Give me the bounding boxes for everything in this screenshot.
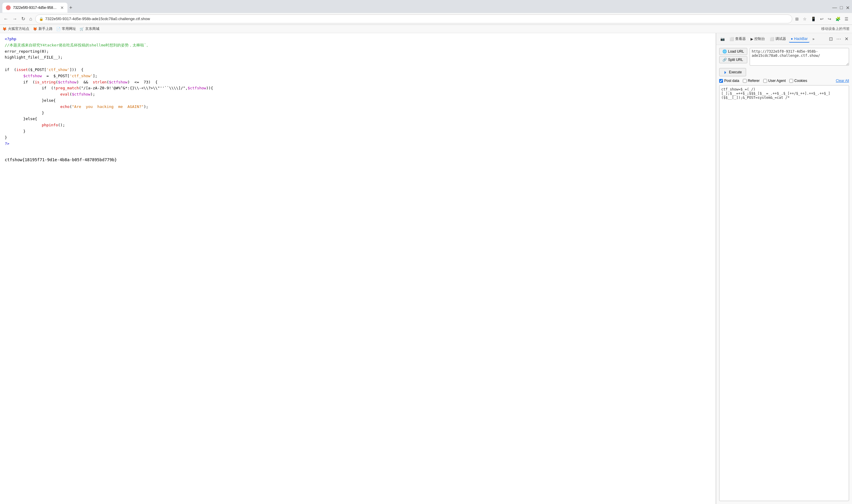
inspector-tab[interactable]: ⬜ 查看器 [728, 35, 747, 42]
debugger-tab[interactable]: ⬜ 调试器 [768, 35, 788, 42]
tab-close-btn[interactable]: ✕ [60, 5, 64, 10]
hackbar-tab[interactable]: ● HackBar [789, 36, 810, 42]
new-tab-button[interactable]: + [69, 5, 72, 11]
execute-button[interactable]: ⏵ Execute [719, 68, 746, 76]
devtools-toolbar: 📷 ⬜ 查看器 ▶ 控制台 ⬜ 调试器 ● HackBar » ⊡ ⋯ ✕ [716, 33, 852, 45]
bookmark-firefox[interactable]: 🦊 火狐官方站点 [2, 26, 29, 31]
code-line: } [5, 128, 711, 134]
execute-icon: ⏵ [724, 70, 728, 74]
options-row: Post data Referer User Agent Cookies Cle… [719, 79, 849, 83]
home-button[interactable]: ⌂ [28, 15, 33, 23]
firefox-icon: 🦊 [2, 27, 7, 31]
url-input[interactable]: http://7322e5f0-9317-4d5e-958b-ade15cdc7… [750, 48, 849, 66]
debugger-label: 调试器 [775, 36, 786, 41]
refresh-button[interactable]: ↻ [20, 15, 26, 23]
user-agent-checkbox[interactable] [763, 79, 767, 83]
forward-history-button[interactable]: ↪ [827, 15, 833, 22]
mobile-bookmarks-link[interactable]: 移动设备上的书签 [821, 26, 850, 31]
post-data-checkbox-label[interactable]: Post data [719, 79, 739, 83]
tab-favicon [6, 5, 11, 10]
clear-all-button[interactable]: Clear All [836, 79, 849, 83]
jd-icon: 🛒 [79, 27, 84, 31]
post-data-checkbox[interactable] [719, 79, 723, 83]
user-agent-checkbox-label[interactable]: User Agent [763, 79, 786, 83]
back-button[interactable]: ← [2, 15, 10, 23]
hackbar-panel: 📷 ⬜ 查看器 ▶ 控制台 ⬜ 调试器 ● HackBar » ⊡ ⋯ ✕ [716, 33, 852, 504]
code-line: } [5, 110, 711, 116]
maximize-button[interactable]: □ [840, 5, 843, 10]
screenshot-tool-btn[interactable]: 📷 [719, 36, 727, 42]
bookmark-common[interactable]: 📄 常用网址 [56, 26, 76, 31]
url-section: 🌐 Load URL 🔗 Split URL http://7322e5f0-9… [719, 48, 849, 66]
tab-title: 7322e5f0-9317-4d5e-958b-ade1... [13, 6, 58, 10]
add-extension-button[interactable]: 🧩 [834, 15, 842, 22]
split-url-label: Split URL [728, 58, 743, 62]
extensions-button[interactable]: ⊞ [794, 15, 800, 22]
split-url-button[interactable]: 🔗 Split URL [719, 56, 747, 63]
code-line: if (is_string($ctfshow) && strlen($ctfsh… [5, 79, 711, 86]
bookmark-label: 新手上路 [38, 26, 53, 31]
window-controls: — □ ✕ [832, 5, 850, 11]
active-tab[interactable]: 7322e5f0-9317-4d5e-958b-ade1... ✕ [2, 3, 68, 13]
bookmark-button[interactable]: ☆ [802, 15, 808, 22]
newuser-icon: 🦊 [33, 27, 37, 31]
code-line: phpinfo(); [5, 122, 711, 128]
cookies-checkbox[interactable] [789, 79, 793, 83]
menu-button[interactable]: ☰ [844, 15, 850, 22]
post-data-input[interactable]: ctf_show=$_=(_/)[_];$__=++$_;$$$_[$__=_.… [719, 85, 849, 501]
code-line: }else{ [5, 116, 711, 122]
main-area: <?php //本题灵感来自研究Y4tacker佬在吃瓜杯投稿的shellme时… [0, 33, 852, 504]
cookies-checkbox-label[interactable]: Cookies [789, 79, 807, 83]
inspector-icon: ⬜ [729, 37, 734, 41]
debugger-icon: ⬜ [770, 37, 774, 41]
referer-checkbox-label[interactable]: Referer [743, 79, 760, 83]
console-icon: ▶ [750, 37, 753, 41]
execute-section: ⏵ Execute [719, 68, 849, 76]
split-url-icon: 🔗 [722, 58, 727, 62]
url-action-buttons: 🌐 Load URL 🔗 Split URL [719, 48, 747, 63]
code-line: //本题灵感来自研究Y4tacker佬在吃瓜杯投稿的shellme时想到的姿势，… [5, 42, 711, 49]
code-line: if (isset($_POST['ctf_show'])) { [5, 67, 711, 73]
code-panel: <?php //本题灵感来自研究Y4tacker佬在吃瓜杯投稿的shellme时… [0, 33, 716, 504]
code-line: error_reporting(0); [5, 49, 711, 55]
execute-label: Execute [729, 70, 742, 74]
bookmark-newuser[interactable]: 🦊 新手上路 [33, 26, 53, 31]
code-line: if (!preg_match("/[a-zA-Z0-9!'@#%^&*:{}\… [5, 85, 711, 91]
code-line: } [5, 134, 711, 141]
user-agent-label: User Agent [768, 79, 786, 83]
referer-checkbox[interactable] [743, 79, 747, 83]
hackbar-dot-icon: ● [791, 37, 793, 41]
referer-label: Referer [748, 79, 760, 83]
load-url-button[interactable]: 🌐 Load URL [719, 48, 747, 55]
code-line [5, 61, 711, 67]
close-devtools-btn[interactable]: ✕ [844, 35, 850, 43]
bookmark-label: 常用网址 [62, 26, 76, 31]
hackbar-content: 🌐 Load URL 🔗 Split URL http://7322e5f0-9… [716, 45, 852, 504]
more-tools-btn[interactable]: » [811, 36, 816, 42]
load-url-label: Load URL [728, 49, 744, 54]
bookmarks-bar: 🦊 火狐官方站点 🦊 新手上路 📄 常用网址 🛒 京东商城 移动设备上的书签 [0, 25, 852, 33]
back-history-button[interactable]: ↩ [819, 15, 825, 22]
console-tab[interactable]: ▶ 控制台 [749, 35, 767, 42]
load-url-icon: 🌐 [722, 49, 727, 54]
close-window-button[interactable]: ✕ [846, 5, 850, 11]
inspector-label: 查看器 [735, 36, 746, 41]
nav-action-buttons: ⊞ ☆ 📱 ↩ ↪ 🧩 ☰ [794, 15, 850, 22]
more-options-btn[interactable]: ⋯ [835, 35, 842, 43]
code-line: echo("Are you hacking me AGAIN?"); [5, 104, 711, 110]
bookmark-jd[interactable]: 🛒 京东商城 [79, 26, 99, 31]
console-label: 控制台 [755, 36, 765, 41]
navigation-bar: ← → ↻ ⌂ 🔒 7322e5f0-9317-4d5e-958b-ade15c… [0, 13, 852, 25]
flag-output: ctfshow{18195f71-9d1e-4b8a-b05f-487895bd… [5, 157, 711, 163]
mobile-bookmark-button[interactable]: 📱 [810, 15, 817, 22]
code-line: highlight_file(__FILE__); [5, 54, 711, 61]
forward-button[interactable]: → [11, 15, 18, 23]
address-bar[interactable]: 🔒 7322e5f0-9317-4d5e-958b-ade15cdc78a0.c… [35, 15, 792, 23]
code-line: eval($ctfshow); [5, 91, 711, 97]
dock-toggle-btn[interactable]: ⊡ [828, 35, 834, 43]
hackbar-label: HackBar [794, 37, 808, 41]
minimize-button[interactable]: — [832, 5, 837, 10]
code-line: ?> [5, 141, 711, 147]
code-line: <?php [5, 36, 711, 42]
cookies-label: Cookies [794, 79, 807, 83]
